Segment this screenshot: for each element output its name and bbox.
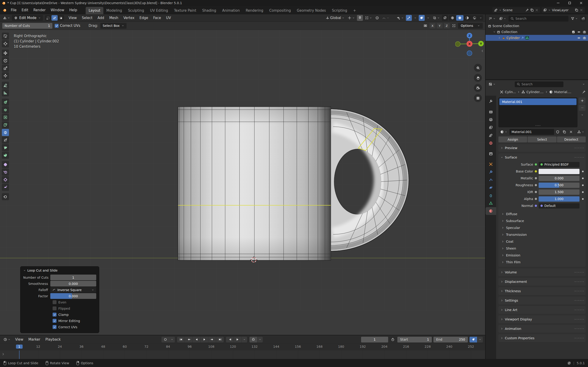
timeline-menu-playback[interactable]: Playback (43, 336, 63, 342)
tool-extrude-region[interactable] (2, 106, 9, 113)
property-slider[interactable]: 0.000 (539, 176, 579, 181)
edge-select-button[interactable] (52, 15, 58, 21)
close-button[interactable] (579, 1, 583, 5)
eye-toggle-icon[interactable] (577, 30, 581, 34)
copy-material-button[interactable] (561, 129, 567, 135)
viewlayer-selector[interactable]: ViewLayer (542, 7, 585, 13)
sidebar-collapse-arrow[interactable] (481, 49, 484, 53)
keyframe-dot[interactable] (582, 191, 584, 193)
viewport-menu-edge[interactable]: Edge (137, 15, 151, 21)
properties-tab-render[interactable] (485, 108, 496, 116)
frame-start-field[interactable]: Start 1 (397, 337, 432, 342)
3d-viewport[interactable]: Right Orthographic (1) Cylinder | Cylind… (0, 30, 485, 335)
loop-playback-button[interactable] (250, 337, 257, 342)
smoothness-field[interactable]: 0.000 (50, 281, 96, 286)
workspace-tab-geometry-nodes[interactable]: Geometry Nodes (294, 7, 329, 14)
menu-help[interactable]: Help (67, 7, 80, 13)
workspace-tab-shading[interactable]: Shading (199, 7, 219, 14)
loop-dropdown[interactable] (257, 337, 263, 342)
eye-toggle-icon[interactable] (577, 36, 581, 40)
tool-add-cube[interactable] (2, 99, 9, 106)
surface-panel[interactable]: Surface SurfacePrincipled BSDFBase Color… (498, 153, 586, 267)
breadcrumb-data[interactable]: Cylinder.... (527, 90, 544, 94)
tool-measure[interactable] (2, 89, 9, 96)
perspective-toggle-button[interactable] (474, 94, 482, 102)
xray-toggle[interactable] (432, 15, 441, 21)
properties-tab-modifiers[interactable] (485, 168, 496, 176)
workspace-tab-texture-paint[interactable]: Texture Paint (171, 7, 199, 14)
viewport-menu-view[interactable]: View (66, 15, 79, 21)
workspace-tab-animation[interactable]: Animation (219, 7, 242, 14)
tool-rip-region[interactable] (2, 193, 9, 200)
keyframe-dot[interactable] (582, 184, 584, 186)
mirror-z-button[interactable]: Z (444, 23, 450, 28)
properties-editor-type-button[interactable] (487, 81, 497, 87)
playhead[interactable]: 1 (16, 344, 23, 349)
properties-tab-object[interactable] (485, 160, 496, 168)
vertex-select-button[interactable] (45, 15, 51, 21)
keyframe-dot[interactable] (582, 177, 584, 179)
render-region-button[interactable] (442, 15, 448, 21)
properties-tab-constraints[interactable] (485, 192, 496, 199)
keyframe-dot[interactable] (582, 171, 584, 172)
subpanel-sheen[interactable]: Sheen (501, 245, 584, 252)
maximize-button[interactable] (568, 1, 571, 5)
scene-selector[interactable]: Scene (493, 7, 540, 13)
prev-keyframe-button[interactable] (185, 337, 192, 342)
shading-material-button[interactable] (464, 15, 471, 21)
properties-tab-tool[interactable] (485, 98, 496, 105)
snap-toggle[interactable] (357, 15, 363, 21)
prev-frame-button[interactable] (226, 337, 233, 342)
properties-search[interactable]: Search (515, 81, 563, 87)
breadcrumb-object[interactable]: Cylin... (505, 90, 516, 94)
material-slot[interactable]: Material.001 (499, 98, 577, 105)
property-menu[interactable]: Default (539, 203, 579, 209)
jump-to-end-button[interactable] (216, 337, 224, 342)
assign-button[interactable]: Assign (498, 136, 527, 142)
tool-rotate[interactable] (2, 57, 9, 64)
gizmo-minus-z[interactable] (467, 51, 472, 56)
tool-move[interactable] (2, 50, 9, 57)
mode-selector[interactable]: Edit Mode (12, 15, 43, 21)
outliner-display-mode[interactable] (487, 16, 497, 22)
tool-options-dropdown[interactable]: Options (458, 23, 483, 29)
outliner-row-collection[interactable]: Collection (485, 29, 588, 35)
panel-viewport-display[interactable]: Viewport Display (498, 315, 586, 323)
menu-render[interactable]: Render (31, 7, 48, 13)
new-viewlayer-button[interactable] (575, 8, 578, 12)
timeline-tracks[interactable] (0, 350, 485, 359)
fake-user-button[interactable] (554, 129, 561, 135)
menu-file[interactable]: File (8, 7, 19, 13)
workspace-tab-rendering[interactable]: Rendering (243, 7, 267, 14)
panel-animation[interactable]: Animation (498, 325, 586, 333)
properties-tab-particles[interactable] (485, 176, 496, 184)
workspace-tab-layout[interactable]: Layout (86, 7, 103, 14)
keying-set-dropdown[interactable] (477, 337, 483, 342)
timeline-editor-type-button[interactable] (2, 336, 12, 342)
outliner-row-scene-collection[interactable]: Scene Collection (485, 23, 588, 29)
camera-view-button[interactable] (474, 84, 482, 92)
timeline-ruler[interactable]: 1224364860728496108120132144156168180192… (0, 344, 485, 350)
preview-panel[interactable]: Preview (498, 144, 586, 152)
node-socket[interactable] (535, 204, 537, 207)
node-socket[interactable] (535, 191, 537, 193)
properties-tab-data[interactable] (485, 199, 496, 207)
operator-checkbox-mirror-editing[interactable]: Mirror Editing (23, 318, 96, 324)
subpanel-subsurface[interactable]: Subsurface (501, 217, 584, 224)
camera-toggle-icon[interactable] (583, 36, 586, 40)
properties-tab-material[interactable] (485, 207, 496, 215)
overlays-dropdown[interactable] (426, 15, 431, 21)
tool-spin[interactable] (2, 152, 9, 159)
tool-shear[interactable] (2, 184, 9, 191)
add-material-slot-button[interactable] (579, 98, 586, 104)
subpanel-emission[interactable]: Emission (501, 252, 584, 259)
number-of-cuts-field[interactable]: Number of Cuts 1 (2, 23, 52, 29)
material-name-field[interactable]: Material.001 (510, 129, 554, 135)
panel-thickness[interactable]: Thickness (498, 287, 586, 295)
viewport-menu-vertex[interactable]: Vertex (121, 15, 137, 21)
overlays-toggle[interactable] (419, 15, 425, 21)
workspace-tab-scripting[interactable]: Scripting (329, 7, 350, 14)
delete-scene-button[interactable] (535, 8, 539, 12)
play-reverse-button[interactable] (193, 337, 200, 342)
menu-window[interactable]: Window (48, 7, 67, 13)
